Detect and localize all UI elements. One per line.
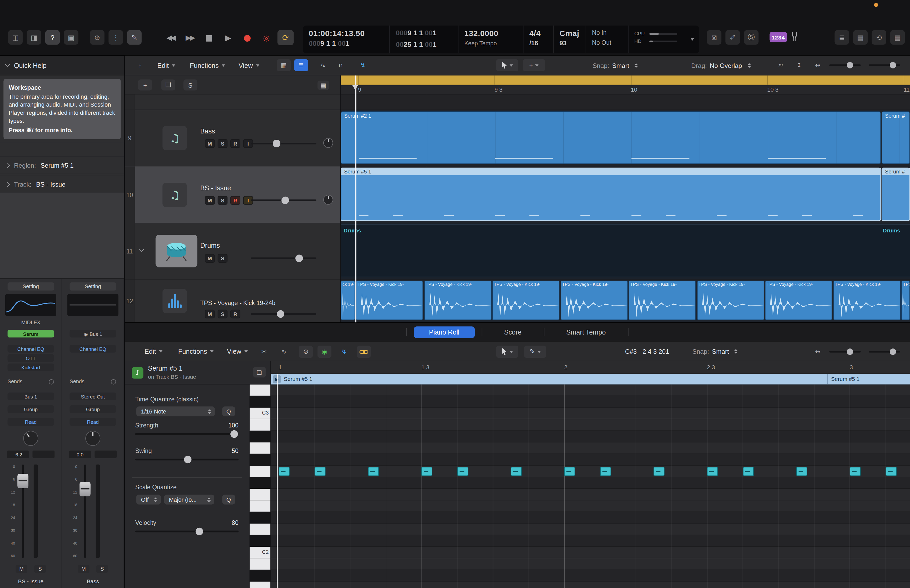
forward-button[interactable]: ▶▶	[182, 30, 198, 45]
count-in-button[interactable]: 1234	[769, 32, 787, 42]
stop-button[interactable]: ■	[201, 30, 217, 45]
lcd-options-chevron[interactable]	[687, 26, 698, 53]
automation-icon[interactable]: ∿	[316, 59, 330, 71]
ruler-mark[interactable]: 1	[279, 364, 282, 371]
piano-key-b2[interactable]	[250, 419, 270, 431]
audio-region-kick[interactable]: TPS - Voyage - Kick 19-	[629, 281, 696, 320]
piano-key-fs2[interactable]	[250, 477, 270, 489]
local-inspector-button[interactable]: ❏	[253, 367, 266, 378]
strength-value[interactable]: 100	[228, 422, 239, 428]
midi-note[interactable]	[742, 467, 753, 476]
piano-roll[interactable]: 11 322 33 ▶ Serum #5 1 Serum #5 1	[271, 361, 910, 588]
solo-button[interactable]: S	[218, 139, 228, 148]
solo-button[interactable]: S	[34, 565, 46, 573]
group-slot[interactable]: Group	[8, 405, 54, 413]
mute-button[interactable]: M	[205, 139, 215, 148]
horizontal-zoom-icon[interactable]: ↔	[811, 59, 825, 71]
solo-button[interactable]: S	[218, 310, 228, 318]
apple-loops-icon[interactable]: ⟲	[872, 30, 886, 45]
swing-slider[interactable]	[135, 459, 239, 460]
mute-button[interactable]: M	[205, 254, 215, 263]
scale-quantize-apply-button[interactable]: Q	[222, 494, 235, 504]
track-header-tps[interactable]: 12 TPS - Voyage - Kick 19-24b M S R	[125, 279, 340, 322]
piano-key-cs2[interactable]	[250, 535, 270, 547]
midi-note[interactable]	[564, 467, 575, 476]
automation-mode-slot[interactable]: Read	[70, 418, 116, 426]
lcd-display[interactable]: 01:00:14:13.50 0009 1 1 001 0009 1 1 001…	[303, 26, 699, 53]
solo-button[interactable]: S	[218, 196, 228, 205]
automation-mode-slot[interactable]: Read	[8, 418, 54, 426]
functions-menu[interactable]: Functions	[178, 342, 213, 360]
volume-fader[interactable]	[79, 482, 91, 496]
tab-smart-tempo[interactable]: Smart Tempo	[551, 326, 621, 338]
ruler-mark[interactable]: 1 3	[421, 364, 430, 371]
mute-notes-icon[interactable]: ⊘	[299, 346, 313, 358]
audio-fx-slot[interactable]: Kickstart	[8, 363, 54, 371]
track-volume-slider[interactable]	[251, 313, 316, 315]
cycle-button[interactable]: ⟳	[278, 30, 294, 45]
solo-mode-icon[interactable]: Ⓢ	[744, 30, 759, 45]
velocity-slider[interactable]	[135, 531, 239, 533]
replace-icon[interactable]: ✐	[726, 30, 740, 45]
view-menu[interactable]: View	[227, 342, 248, 360]
ruler-mark[interactable]: 9 3	[495, 86, 503, 93]
setting-button[interactable]: Setting	[8, 283, 54, 291]
track-volume-slider[interactable]	[251, 257, 316, 259]
quantize-apply-button[interactable]: Q	[222, 406, 235, 416]
audio-region-kick[interactable]: ck 19-	[341, 281, 355, 320]
edit-menu[interactable]: Edit	[157, 55, 175, 75]
piano-roll-ruler[interactable]: 11 322 33	[271, 361, 910, 374]
scale-root-dropdown[interactable]: Off	[136, 494, 161, 504]
send-knob[interactable]	[111, 379, 116, 384]
pan-value[interactable]: 0.0	[69, 451, 91, 458]
secondary-tool-button[interactable]: +	[523, 59, 545, 71]
track-name[interactable]: Bass	[200, 128, 215, 134]
time-quantize-dropdown[interactable]: 1/16 Note	[136, 406, 215, 416]
piano-key-c3[interactable]: C3	[250, 408, 270, 419]
horizontal-zoom-icon[interactable]: ↔	[811, 346, 825, 358]
instrument-slot[interactable]: Serum	[8, 330, 54, 338]
group-slot[interactable]: Group	[70, 405, 116, 413]
browsers-icon[interactable]: ▦	[890, 30, 905, 45]
duplicate-track-button[interactable]: ❏	[162, 79, 175, 90]
horizontal-zoom-slider[interactable]	[829, 351, 861, 353]
tab-score[interactable]: Score	[489, 326, 537, 338]
output-slot[interactable]: Stereo Out	[70, 393, 116, 400]
capture-recording-button[interactable]: ◎	[258, 30, 275, 45]
midi-note[interactable]	[314, 467, 325, 476]
bar-ruler[interactable]: 99 31010 311	[341, 75, 910, 94]
ruler-mark[interactable]: 11	[904, 86, 910, 93]
eq-thumbnail[interactable]	[68, 294, 118, 316]
audio-fx-slot[interactable]: OTT	[8, 354, 54, 362]
record-enable-button[interactable]: R	[230, 196, 240, 205]
rewind-button[interactable]: ◀◀	[162, 30, 179, 45]
audio-region-kick[interactable]: TPS - Voyage - Kick 19-	[424, 281, 491, 320]
playhead[interactable]	[277, 374, 278, 588]
mute-button[interactable]: M	[78, 565, 89, 573]
low-latency-icon[interactable]: ⊠	[707, 30, 721, 45]
midi-note[interactable]	[511, 467, 522, 476]
global-solo-button[interactable]: S	[183, 79, 197, 90]
setting-button[interactable]: Setting	[70, 283, 116, 291]
track-name[interactable]: Drums	[200, 242, 220, 249]
track-pan-knob[interactable]	[323, 138, 333, 148]
piano-key-f2[interactable]	[250, 489, 270, 500]
piano-key-g2[interactable]	[250, 465, 270, 477]
region-lane-partial[interactable]	[341, 94, 910, 110]
hide-tracks-area-icon[interactable]: ↑	[133, 59, 147, 71]
mute-button[interactable]: M	[205, 196, 215, 205]
swing-value[interactable]: 50	[232, 447, 239, 454]
inspector-track-row[interactable]: Track: BS - Issue	[0, 176, 124, 193]
track-name[interactable]: TPS - Voyage - Kick 19-24b	[200, 299, 275, 306]
pan-knob[interactable]	[23, 431, 38, 446]
pan-knob[interactable]	[85, 431, 100, 446]
region-lane-drums[interactable]: Drums Drums	[341, 223, 910, 279]
track-volume-slider[interactable]	[251, 200, 316, 201]
midi-note[interactable]	[707, 467, 718, 476]
piano-key-e2[interactable]	[250, 500, 270, 512]
midi-note[interactable]	[600, 467, 611, 476]
midi-note[interactable]	[457, 467, 468, 476]
edit-menu[interactable]: Edit	[145, 342, 162, 360]
snap-control[interactable]: Snap: Smart	[592, 55, 638, 75]
midi-note[interactable]	[368, 467, 379, 476]
